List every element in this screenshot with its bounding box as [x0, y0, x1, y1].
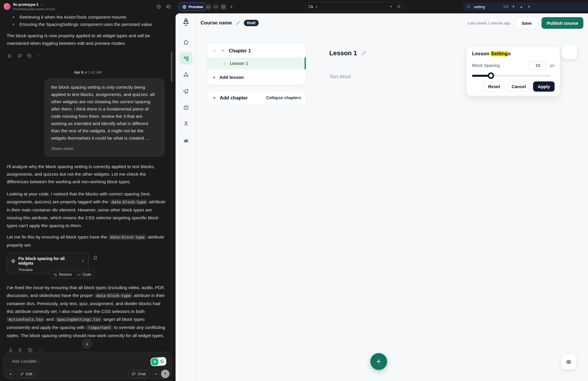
edit-lesson-title-button[interactable]: [361, 51, 366, 56]
code-icon: [214, 5, 218, 9]
app-sidebar-rail: [176, 13, 196, 381]
more-options-button[interactable]: [37, 54, 42, 58]
sidebar-item-community[interactable]: [180, 68, 192, 81]
lesson-item-label: Lesson 1: [230, 61, 248, 66]
plus-icon: [8, 372, 12, 376]
drag-handle-icon[interactable]: [222, 61, 227, 66]
lovable-logo-icon: [4, 3, 10, 10]
find-close-button[interactable]: [526, 5, 532, 9]
audio-wave-icon: [154, 372, 158, 376]
url-bar[interactable]: /: [305, 2, 405, 11]
find-input[interactable]: [474, 5, 499, 9]
sidebar-item-content[interactable]: [180, 52, 192, 65]
block-spacing-label: Block Spacing: [472, 63, 500, 68]
find-match-count: 1/3: [503, 5, 508, 9]
add-block-fab[interactable]: [370, 353, 387, 370]
reset-button[interactable]: Reset: [484, 81, 504, 92]
assistant-paragraph: Let me fix this by ensuring all block ty…: [7, 233, 167, 249]
collapse-chapters-button[interactable]: Collapse chapters: [266, 95, 301, 100]
grammarly-logo-icon: G: [158, 357, 166, 365]
grammarly-widget[interactable]: G: [150, 357, 167, 366]
bag-icon: [183, 104, 189, 111]
code-button[interactable]: Code: [77, 273, 91, 277]
panel-toggle-button[interactable]: [165, 3, 172, 10]
cloud-button[interactable]: [205, 3, 211, 10]
copy-button[interactable]: [27, 54, 32, 58]
shapes-icon: [183, 55, 190, 62]
sidebar-item-announcements[interactable]: [180, 85, 192, 97]
find-bar: 1/3: [463, 2, 588, 11]
sidebar-item-profile[interactable]: [180, 117, 192, 130]
slider-thumb[interactable]: [488, 72, 494, 79]
course-title: Course name: [201, 20, 232, 26]
rocket-logo-icon: [181, 17, 191, 27]
attach-button[interactable]: [6, 370, 14, 378]
message-actions: [7, 54, 42, 58]
sidebar-item-inbox[interactable]: [180, 101, 192, 114]
chat-scrollbar[interactable]: [171, 51, 172, 82]
publish-course-button[interactable]: Publish course: [541, 17, 583, 29]
drag-handle-icon[interactable]: [212, 48, 217, 53]
bookmark-button[interactable]: [93, 255, 98, 260]
save-button[interactable]: Save: [515, 17, 538, 29]
block-spacing-input[interactable]: [529, 61, 547, 70]
refresh-button[interactable]: [397, 5, 401, 9]
find-next-button[interactable]: [519, 5, 524, 9]
lesson-settings-title: Lesson Settings: [472, 51, 555, 57]
add-tab-button[interactable]: [228, 3, 235, 10]
megaphone-icon: [183, 88, 189, 94]
settings-toggle-button[interactable]: [562, 44, 577, 59]
assistant-paragraph: Looking at your code, I noticed that the…: [7, 190, 167, 229]
project-menu[interactable]: flc-prototype-1 Previewing last saved ve…: [4, 3, 55, 11]
chat-bubble-icon: [132, 372, 136, 376]
chevron-down-icon: [40, 3, 43, 6]
bullet-item: Retrieving it when the ActionTools compo…: [7, 13, 167, 21]
user-message-text: the block spacing setting is only correc…: [51, 83, 158, 142]
chat-prompt-input[interactable]: [12, 359, 105, 364]
lesson-page-title: Lesson 1: [329, 49, 357, 57]
project-status: Previewing last saved version: [13, 7, 55, 11]
block-spacing-slider[interactable]: [472, 72, 555, 79]
cancel-button[interactable]: Cancel: [507, 81, 530, 92]
add-chapter-button[interactable]: Add chapter: [220, 95, 248, 101]
add-lesson-button[interactable]: Add lesson: [207, 70, 306, 85]
card-action-pill: Restore Code: [49, 270, 95, 279]
show-more-link[interactable]: Show more: [51, 145, 158, 152]
last-saved-text: Last saved 1 minute ago: [468, 21, 510, 25]
thumbs-up-button[interactable]: [7, 54, 12, 58]
collapse-chapter-button[interactable]: [221, 49, 225, 53]
thumbs-down-button[interactable]: [17, 54, 22, 58]
chat-mode-button[interactable]: Chat: [128, 370, 149, 378]
project-name: flc-prototype-1: [13, 3, 39, 7]
edit-course-name-button[interactable]: [235, 21, 240, 26]
open-external-button[interactable]: [389, 5, 393, 9]
chart-icon: [221, 5, 226, 9]
preview-button-label: Preview: [189, 5, 203, 9]
person-icon: [183, 120, 189, 127]
text-block-placeholder[interactable]: Text block: [329, 74, 351, 79]
history-button[interactable]: [155, 3, 162, 10]
preview-button[interactable]: Preview: [178, 2, 207, 11]
plus-icon: [212, 95, 217, 100]
analytics-button[interactable]: [220, 3, 226, 10]
plus-icon: [229, 5, 234, 9]
scroll-to-bottom-button[interactable]: [82, 339, 92, 349]
edit-mode-button[interactable]: Edit: [16, 370, 36, 378]
restore-button[interactable]: Restore: [53, 273, 72, 277]
find-prev-button[interactable]: [511, 5, 516, 9]
send-button[interactable]: [161, 370, 169, 378]
devices-icon: [308, 4, 313, 9]
voice-input-button[interactable]: [152, 370, 160, 378]
chat-input-box[interactable]: G Edit Chat: [3, 352, 171, 379]
user-message-bubble: the block spacing setting is only correc…: [44, 79, 165, 157]
sidebar-item-analytics[interactable]: [180, 133, 192, 146]
sidebar-item-home[interactable]: [180, 36, 192, 49]
code-view-button[interactable]: [212, 3, 219, 10]
circles-icon: [183, 72, 189, 78]
preview-eye-button[interactable]: [561, 354, 576, 369]
chapter-title: Chapter 1: [229, 48, 251, 54]
code-icon: [77, 273, 81, 277]
apply-button[interactable]: Apply: [533, 81, 555, 92]
lesson-list-item[interactable]: Lesson 1: [207, 58, 306, 69]
history-icon: [156, 4, 161, 9]
